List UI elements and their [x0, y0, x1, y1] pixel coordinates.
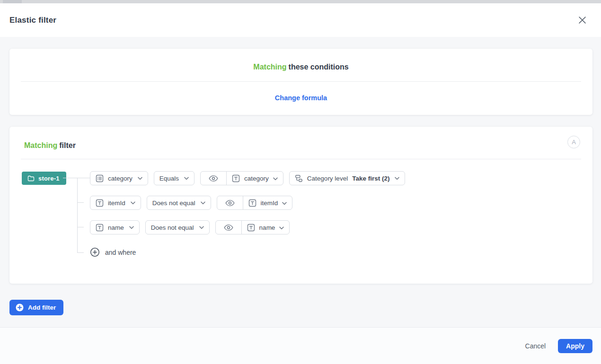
add-filter-label: Add filter [28, 304, 56, 311]
filter-tree: store-1 category [9, 159, 592, 272]
modal-body: Matchingthese conditions Change formula … [0, 37, 601, 327]
value-select[interactable]: name [242, 221, 290, 234]
tree-connector [77, 178, 78, 253]
field-select[interactable]: itemId [90, 196, 141, 210]
operator-select[interactable]: Does not equal [147, 196, 211, 210]
value-select-label: name [259, 224, 275, 231]
operator-select-label: Does not equal [151, 224, 194, 231]
eye-icon[interactable] [201, 172, 226, 185]
chevron-down-icon [273, 175, 278, 182]
formula-title-suffix: these conditions [289, 63, 349, 71]
filter-mode-toggle[interactable]: Matching [24, 141, 57, 149]
condition-rows: category Equals [90, 171, 405, 245]
change-formula-link[interactable]: Change formula [275, 94, 327, 102]
category-level-label: Category level [307, 175, 348, 182]
background-tab-fragment [3, 0, 22, 3]
circle-plus-icon [90, 247, 100, 257]
value-group: category [200, 171, 283, 185]
tree-connector [77, 252, 84, 253]
chevron-down-icon [279, 224, 284, 231]
text-icon [96, 224, 104, 232]
modal-footer: Cancel Apply [0, 327, 601, 364]
cancel-button[interactable]: Cancel [525, 342, 546, 350]
source-tag[interactable]: store-1 [22, 172, 66, 185]
chevron-down-icon [395, 177, 399, 180]
formula-title: Matchingthese conditions [9, 49, 592, 71]
folder-icon [27, 175, 35, 182]
operator-select-label: Equals [159, 175, 179, 182]
chevron-down-icon [184, 177, 189, 180]
operator-select-label: Does not equal [152, 199, 195, 207]
text-icon [247, 224, 255, 232]
category-level-value: Take first (2) [352, 175, 389, 182]
field-select-label: category [108, 175, 133, 182]
apply-button[interactable]: Apply [558, 339, 592, 353]
and-where-button[interactable]: and where [90, 247, 136, 257]
value-select-label: itemId [261, 199, 278, 207]
formula-card: Matchingthese conditions Change formula [9, 49, 592, 115]
tree-connector [77, 202, 84, 203]
and-where-label: and where [105, 249, 136, 256]
condition-row: itemId Does not equal [90, 196, 405, 210]
background-page-edge [0, 0, 601, 3]
filter-card-title: Matchingfilter A [9, 127, 592, 150]
category-level-select[interactable]: Category level Take first (2) [289, 171, 406, 185]
tree-connector [63, 178, 93, 178]
close-icon[interactable] [575, 14, 589, 27]
formula-mode-toggle[interactable]: Matching [253, 63, 286, 71]
list-icon [96, 174, 104, 182]
value-select[interactable]: category [227, 172, 283, 185]
filter-id-badge: A [567, 136, 580, 148]
field-select-label: itemId [108, 199, 125, 207]
add-filter-button[interactable]: Add filter [9, 300, 63, 315]
value-group: name [215, 220, 290, 234]
hierarchy-icon [295, 174, 303, 182]
filter-title-suffix: filter [59, 141, 76, 149]
text-icon [232, 174, 240, 182]
field-select-label: name [108, 224, 124, 231]
value-select[interactable]: itemId [243, 196, 292, 209]
chevron-down-icon [138, 177, 142, 180]
chevron-down-icon [129, 226, 134, 229]
plus-circle-icon [16, 303, 24, 312]
field-select[interactable]: category [90, 171, 148, 185]
chevron-down-icon [131, 201, 135, 205]
value-group: itemId [217, 196, 293, 210]
chevron-down-icon [201, 201, 205, 205]
condition-row: name Does not equal [90, 220, 405, 234]
field-select[interactable]: name [90, 220, 140, 234]
filter-card: Matchingfilter A store-1 [9, 127, 592, 284]
modal-header: Elastic filter [0, 3, 601, 37]
source-tag-label: store-1 [38, 175, 60, 182]
condition-row: category Equals [90, 171, 405, 185]
page-title: Elastic filter [9, 16, 56, 25]
divider [21, 81, 581, 82]
chevron-down-icon [282, 199, 287, 207]
text-icon [96, 199, 104, 207]
operator-select[interactable]: Equals [154, 171, 194, 185]
chevron-down-icon [199, 226, 204, 229]
tree-connector [77, 227, 84, 227]
operator-select[interactable]: Does not equal [145, 220, 210, 234]
text-icon [248, 199, 256, 207]
eye-icon[interactable] [216, 221, 241, 234]
value-select-label: category [244, 175, 269, 182]
eye-icon[interactable] [217, 196, 243, 209]
